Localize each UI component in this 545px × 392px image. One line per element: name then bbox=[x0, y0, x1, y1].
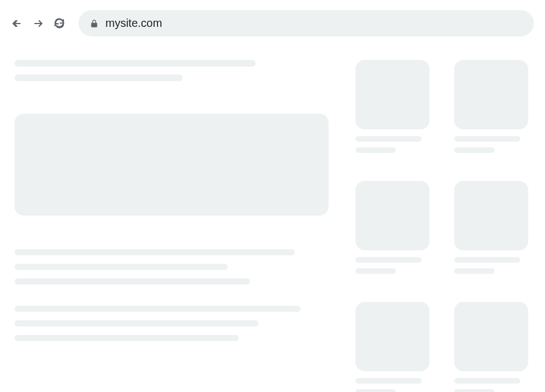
paragraph-skeleton bbox=[15, 306, 329, 341]
skeleton-line bbox=[355, 147, 396, 153]
card-image-skeleton bbox=[355, 60, 429, 129]
skeleton-line bbox=[454, 136, 520, 142]
card-image-skeleton bbox=[355, 302, 429, 371]
skeleton-line bbox=[454, 268, 495, 274]
skeleton-line bbox=[15, 335, 239, 341]
skeleton-line bbox=[15, 320, 258, 326]
hero-skeleton bbox=[15, 114, 329, 216]
card-grid bbox=[355, 60, 530, 392]
arrow-left-icon bbox=[11, 18, 22, 29]
card-skeleton bbox=[355, 60, 432, 158]
paragraph-skeleton bbox=[15, 249, 329, 284]
forward-button[interactable] bbox=[33, 18, 44, 29]
reload-icon bbox=[54, 18, 65, 29]
card-image-skeleton bbox=[355, 181, 429, 250]
page-content bbox=[0, 44, 545, 392]
lock-icon bbox=[90, 19, 99, 28]
skeleton-line bbox=[454, 257, 520, 263]
address-bar[interactable]: mysite.com bbox=[78, 10, 534, 36]
arrow-right-icon bbox=[33, 18, 44, 29]
skeleton-line bbox=[15, 60, 256, 67]
browser-toolbar: mysite.com bbox=[0, 0, 545, 44]
skeleton-line bbox=[454, 389, 495, 392]
card-image-skeleton bbox=[454, 181, 528, 250]
card-skeleton bbox=[454, 60, 530, 158]
card-image-skeleton bbox=[454, 302, 528, 371]
nav-buttons bbox=[11, 18, 65, 29]
card-skeleton bbox=[355, 181, 432, 279]
skeleton-line bbox=[454, 378, 520, 384]
skeleton-line bbox=[15, 278, 250, 284]
reload-button[interactable] bbox=[54, 18, 65, 29]
skeleton-line bbox=[454, 147, 495, 153]
skeleton-line bbox=[355, 268, 396, 274]
skeleton-line bbox=[15, 306, 301, 312]
skeleton-line bbox=[355, 136, 422, 142]
skeleton-line bbox=[355, 378, 422, 384]
sidebar-column bbox=[355, 44, 530, 392]
url-text: mysite.com bbox=[105, 17, 162, 30]
skeleton-line bbox=[355, 257, 422, 263]
title-skeleton bbox=[15, 60, 329, 81]
skeleton-line bbox=[15, 74, 183, 81]
card-image-skeleton bbox=[454, 60, 528, 129]
skeleton-line bbox=[15, 264, 228, 270]
main-column bbox=[15, 44, 329, 392]
back-button[interactable] bbox=[11, 18, 22, 29]
card-skeleton bbox=[454, 302, 530, 392]
card-skeleton bbox=[355, 302, 432, 392]
skeleton-line bbox=[15, 249, 295, 255]
card-skeleton bbox=[454, 181, 530, 279]
skeleton-line bbox=[355, 389, 396, 392]
